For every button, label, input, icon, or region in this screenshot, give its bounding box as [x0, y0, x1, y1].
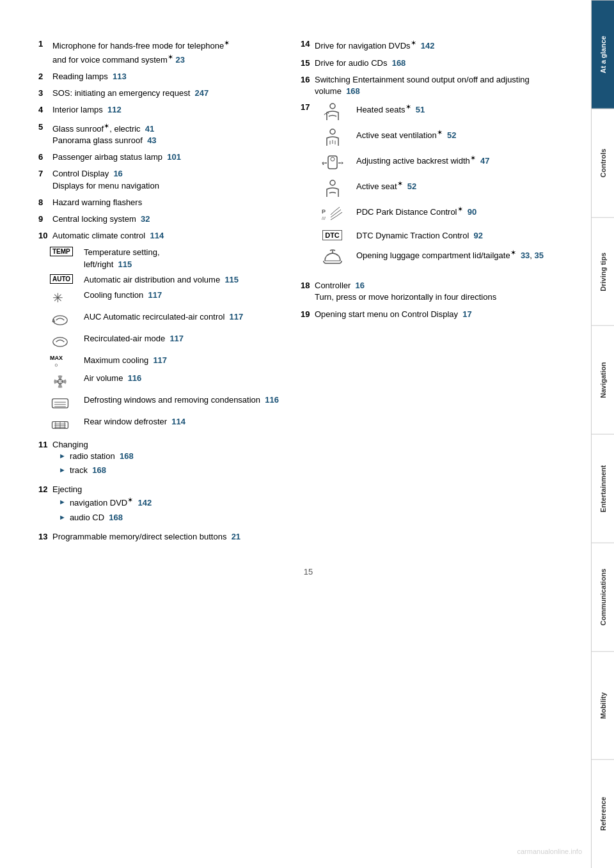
page-link[interactable]: 168 [392, 58, 406, 68]
svg-point-22 [331, 157, 335, 161]
svg-text:✳: ✳ [52, 291, 63, 305]
sub-text: Maximum cooling 117 [84, 355, 281, 366]
sidebar-tab-reference[interactable]: Reference [592, 759, 614, 868]
item-text: Microphone for hands-free mode for telep… [52, 41, 230, 50]
sidebar-tab-mobility[interactable]: Mobility [592, 651, 614, 760]
page-link[interactable]: 41 [145, 124, 154, 134]
item-content: SOS: initiating an emergency request 247 [52, 88, 281, 99]
list-item: 1 Microphone for hands-free mode for tel… [38, 38, 281, 66]
sub-item-text: radio station 168 [70, 451, 134, 462]
page-link[interactable]: 115 [224, 275, 239, 284]
item-content: Drive for navigation DVDs✶ 142 [315, 38, 556, 52]
sidebar-tab-entertainment[interactable]: Entertainment [592, 434, 614, 543]
item-sub: Panorama glass sunroof 43 [52, 136, 157, 145]
item-content: Interior lamps 112 [52, 104, 281, 116]
icon-group-item: Active seat ventilation✶ 52 [315, 128, 556, 147]
arrow-item: ► audio CD 168 [59, 512, 281, 523]
page-num-text: 15 [304, 567, 313, 577]
page-link[interactable]: 168 [346, 86, 360, 96]
page-link[interactable]: 32 [141, 214, 150, 224]
page-link[interactable]: 35 [535, 251, 544, 261]
item-content: Programmable memory/direct selection but… [52, 531, 281, 543]
list-item: 16 Switching Entertainment sound output … [301, 74, 556, 97]
item-number: 19 [301, 309, 315, 320]
right-text: DTC Dynamic Traction Control 92 [356, 230, 556, 242]
svg-marker-26 [342, 162, 343, 164]
sidebar-tab-driving-tips[interactable]: Driving tips [592, 217, 614, 326]
page-link[interactable]: 114 [150, 231, 164, 240]
climate-sub-item: MAX○ Maximum cooling 117 [50, 355, 281, 369]
item-text: SOS: initiating an emergency request 247 [52, 88, 209, 98]
col-right: 14 Drive for navigation DVDs✶ 142 15 Dri… [301, 38, 556, 548]
item-text: Drive for audio CDs 168 [315, 58, 405, 68]
item-text: Central locking system 32 [52, 214, 150, 224]
watermark: carmanualonline.info [517, 848, 582, 855]
arrow-item: ► navigation DVD✶ 142 [59, 495, 281, 509]
right-text: Active seat✶ 52 [356, 179, 556, 193]
page-link[interactable]: 51 [416, 105, 425, 114]
sidebar-tab-navigation[interactable]: Navigation [592, 325, 614, 434]
item-text: Automatic climate control 114 [52, 231, 164, 240]
page-link[interactable]: 168 [109, 513, 123, 522]
page-link[interactable]: 52 [447, 130, 456, 140]
page-link[interactable]: 92 [474, 231, 483, 240]
sub-text: Automatic air distribution and volume 11… [84, 274, 281, 286]
page-link[interactable]: 90 [468, 207, 476, 217]
svg-rect-21 [328, 156, 337, 169]
seat-vent-icon [315, 128, 350, 147]
right-text: Heated seats✶ 51 [356, 102, 556, 116]
max-label: MAX○ [50, 355, 63, 369]
page-link[interactable]: 112 [107, 105, 122, 114]
item-number: 11 [38, 439, 52, 479]
page-link[interactable]: 116 [265, 395, 279, 405]
page-link[interactable]: 168 [92, 465, 106, 475]
page-link[interactable]: 17 [462, 309, 471, 319]
active-seat-icon [315, 179, 350, 198]
auto-icon: AUTO [50, 274, 79, 284]
page-link[interactable]: 52 [407, 182, 416, 191]
icon-group-item: Opening luggage compartment lid/tailgate… [315, 248, 556, 267]
sidebar-tab-controls[interactable]: Controls [592, 109, 614, 217]
page-link[interactable]: 16 [356, 281, 365, 290]
arrow-icon: ► [59, 513, 66, 522]
page-link[interactable]: 168 [120, 451, 134, 461]
page-link[interactable]: 21 [232, 532, 240, 541]
page-link[interactable]: 142 [138, 499, 152, 508]
list-item-17: 17 [301, 102, 556, 274]
item-content: Reading lamps 113 [52, 71, 281, 82]
page-link[interactable]: 117 [169, 334, 184, 343]
page-link[interactable]: 117 [153, 355, 167, 365]
item-sub: Turn, press or move horizontally in four… [315, 292, 496, 302]
page-link[interactable]: 142 [421, 41, 435, 50]
defrost-icon [50, 394, 79, 412]
page-link[interactable]: 33 [521, 251, 530, 261]
page-link[interactable]: 117 [148, 290, 162, 300]
sub-text: Recirculated-air mode 117 [84, 333, 281, 345]
page-link[interactable]: 23 [176, 55, 185, 65]
page-link[interactable]: 117 [230, 312, 244, 322]
page-link[interactable]: 16 [113, 169, 122, 178]
page-link[interactable]: 43 [147, 136, 156, 145]
page-link[interactable]: 114 [171, 417, 185, 426]
svg-text:•: • [322, 161, 324, 167]
page-link[interactable]: 116 [128, 373, 142, 383]
icon-group-item: Active seat✶ 52 [315, 179, 556, 198]
right-text: PDC Park Distance Control✶ 90 [356, 205, 556, 219]
page-link[interactable]: 101 [167, 152, 181, 162]
list-item: 18 Controller 16 Turn, press or move hor… [301, 280, 556, 303]
item-number: 9 [38, 213, 52, 225]
item-text: Controller 16 [315, 281, 365, 290]
item-content: Control Display 16 Displays for menu nav… [52, 168, 281, 191]
list-item: 19 Opening start menu on Control Display… [301, 309, 556, 320]
page-link[interactable]: 115 [118, 260, 132, 269]
sidebar-tab-at-a-glance[interactable]: At a glance [592, 0, 614, 109]
page-link[interactable]: 113 [113, 72, 127, 81]
page-link[interactable]: 247 [195, 88, 209, 98]
arrow-icon: ► [59, 497, 66, 507]
max-icon: MAX○ [50, 355, 79, 369]
sidebar-tab-communications[interactable]: Communications [592, 543, 614, 651]
climate-sub-item: AUTO Automatic air distribution and volu… [50, 274, 281, 286]
page-link[interactable]: 47 [480, 156, 489, 166]
right-text: Opening luggage compartment lid/tailgate… [356, 248, 556, 262]
climate-sub-list: TEMP Temperature setting,left/right 115 … [50, 247, 281, 433]
